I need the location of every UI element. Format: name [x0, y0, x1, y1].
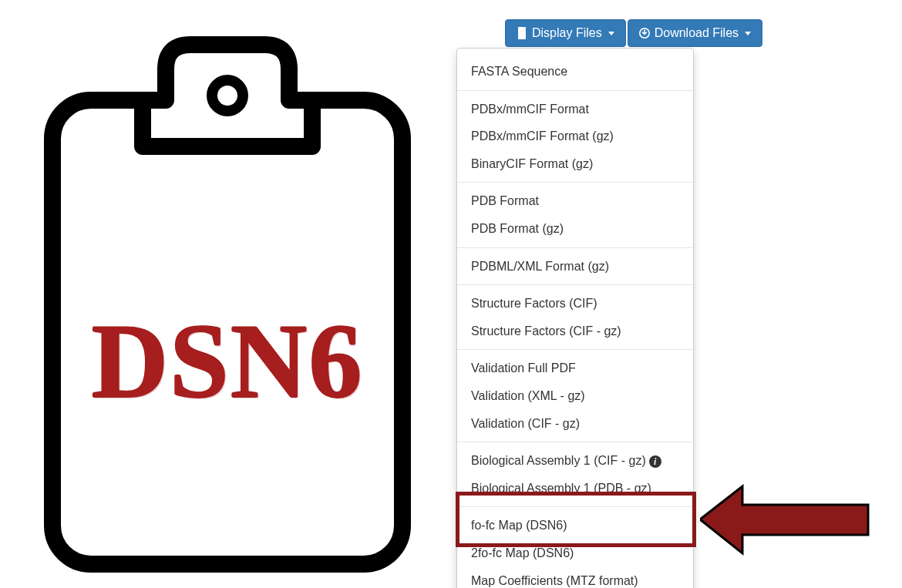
menu-item[interactable]: PDB Format (gz) — [457, 215, 693, 243]
menu-item[interactable]: Map Coefficients (MTZ format) — [457, 567, 693, 589]
download-files-label: Download Files — [655, 26, 739, 40]
menu-item-label: 2fo-fc Map (DSN6) — [471, 546, 574, 559]
menu-item[interactable]: Validation (XML - gz) — [457, 382, 693, 410]
menu-item[interactable]: fo-fc Map (DSN6) — [457, 512, 693, 539]
clipboard-graphic: DSN6 — [39, 23, 416, 578]
menu-item-label: fo-fc Map (DSN6) — [471, 519, 567, 532]
download-icon — [639, 27, 650, 39]
download-files-menu: FASTA SequencePDBx/mmCIF FormatPDBx/mmCI… — [456, 48, 694, 588]
menu-item-label: Map Coefficients (MTZ format) — [471, 574, 638, 587]
download-files-button[interactable]: Download Files — [628, 19, 762, 47]
menu-item[interactable]: Validation (CIF - gz) — [457, 410, 693, 438]
chevron-down-icon — [745, 32, 751, 35]
arrow-annotation — [700, 483, 870, 556]
svg-point-1 — [212, 80, 243, 111]
menu-item[interactable]: Structure Factors (CIF) — [457, 290, 693, 318]
menu-group: fo-fc Map (DSN6)2fo-fc Map (DSN6)Map Coe… — [457, 506, 693, 588]
menu-item-label: Structure Factors (CIF - gz) — [471, 324, 621, 338]
menu-item-label: Structure Factors (CIF) — [471, 297, 597, 310]
chevron-down-icon — [608, 32, 614, 35]
menu-item-label: Validation (XML - gz) — [471, 389, 585, 402]
display-files-button[interactable]: Display Files — [505, 19, 626, 47]
menu-group: PDBx/mmCIF FormatPDBx/mmCIF Format (gz)B… — [457, 90, 693, 183]
menu-item[interactable]: PDBx/mmCIF Format (gz) — [457, 123, 693, 150]
menu-item-label: Validation (CIF - gz) — [471, 417, 580, 430]
menu-item[interactable]: 2fo-fc Map (DSN6) — [457, 539, 693, 567]
menu-group: FASTA Sequence — [457, 53, 693, 90]
menu-item[interactable]: BinaryCIF Format (gz) — [457, 150, 693, 178]
menu-item[interactable]: PDBx/mmCIF Format — [457, 96, 693, 123]
menu-item[interactable]: Structure Factors (CIF - gz) — [457, 318, 693, 345]
menu-item-label: PDBx/mmCIF Format — [471, 102, 589, 116]
clipboard-label: DSN6 — [39, 308, 416, 415]
menu-group: Structure Factors (CIF)Structure Factors… — [457, 284, 693, 349]
svg-marker-4 — [700, 486, 868, 553]
menu-item[interactable]: Biological Assembly 1 (CIF - gz)i — [457, 447, 693, 475]
menu-item-label: PDB Format (gz) — [471, 222, 564, 235]
menu-item-label: Validation Full PDF — [471, 361, 576, 375]
file-icon — [517, 27, 527, 39]
menu-item-label: Biological Assembly 1 (CIF - gz) — [471, 454, 646, 467]
clipboard-icon — [39, 23, 416, 578]
menu-group: PDB FormatPDB Format (gz) — [457, 182, 693, 247]
menu-group: Biological Assembly 1 (CIF - gz)iBiologi… — [457, 442, 693, 506]
menu-item[interactable]: PDB Format — [457, 187, 693, 215]
menu-item-label: Biological Assembly 1 (PDB - gz) — [471, 482, 651, 495]
menu-group: Validation Full PDFValidation (XML - gz)… — [457, 349, 693, 442]
menu-item[interactable]: Biological Assembly 1 (PDB - gz) — [457, 475, 693, 502]
info-icon[interactable]: i — [649, 455, 661, 468]
menu-item[interactable]: FASTA Sequence — [457, 58, 693, 86]
menu-item[interactable]: Validation Full PDF — [457, 354, 693, 382]
display-files-label: Display Files — [532, 26, 602, 40]
file-button-bar: Display Files Download Files — [505, 19, 762, 47]
menu-item-label: BinaryCIF Format (gz) — [471, 157, 593, 170]
menu-item[interactable]: PDBML/XML Format (gz) — [457, 253, 693, 281]
menu-item-label: PDB Format — [471, 194, 539, 207]
menu-group: PDBML/XML Format (gz) — [457, 247, 693, 285]
menu-item-label: FASTA Sequence — [471, 65, 567, 78]
menu-item-label: PDBx/mmCIF Format (gz) — [471, 129, 614, 143]
menu-item-label: PDBML/XML Format (gz) — [471, 260, 609, 273]
